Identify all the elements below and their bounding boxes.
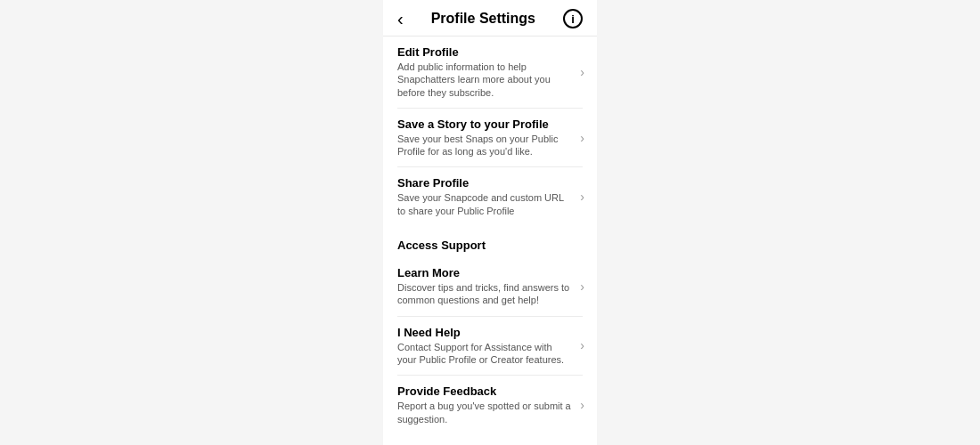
- edit-profile-title: Edit Profile: [397, 45, 573, 59]
- phone-container: ‹ Profile Settings i Edit Profile Add pu…: [383, 0, 597, 445]
- info-button[interactable]: i: [563, 9, 583, 28]
- chevron-icon: ›: [580, 279, 584, 294]
- share-profile-title: Share Profile: [397, 176, 573, 190]
- share-profile-item[interactable]: Share Profile Save your Snapcode and cus…: [383, 167, 597, 226]
- feedback-title: Provide Feedback: [397, 384, 573, 398]
- learn-more-desc: Discover tips and tricks, find answers t…: [397, 281, 573, 307]
- feedback-item[interactable]: Provide Feedback Report a bug you've spo…: [383, 376, 597, 434]
- edit-profile-desc: Add public information to help Snapchatt…: [397, 61, 573, 99]
- chevron-icon: ›: [580, 338, 584, 352]
- header: ‹ Profile Settings i: [383, 0, 597, 36]
- save-story-item[interactable]: Save a Story to your Profile Save your b…: [383, 109, 597, 167]
- delete-area: Delete Public Profile: [383, 434, 597, 445]
- feedback-desc: Report a bug you've spotted or submit a …: [397, 400, 573, 425]
- need-help-item[interactable]: I Need Help Contact Support for Assistan…: [383, 317, 597, 376]
- access-support-section: Access Support Learn More Discover tips …: [383, 226, 597, 434]
- page-title: Profile Settings: [431, 11, 535, 27]
- learn-more-title: Learn More: [397, 266, 573, 279]
- need-help-title: I Need Help: [397, 326, 573, 339]
- chevron-icon: ›: [580, 190, 584, 204]
- profile-section: Edit Profile Add public information to h…: [383, 36, 597, 226]
- edit-profile-item[interactable]: Edit Profile Add public information to h…: [383, 36, 597, 108]
- learn-more-item[interactable]: Learn More Discover tips and tricks, fin…: [383, 257, 597, 316]
- need-help-desc: Contact Support for Assistance with your…: [397, 341, 573, 367]
- save-story-desc: Save your best Snaps on your Public Prof…: [397, 133, 573, 158]
- chevron-icon: ›: [580, 131, 584, 145]
- save-story-title: Save a Story to your Profile: [397, 117, 573, 131]
- back-button[interactable]: ‹: [397, 10, 404, 28]
- access-support-heading: Access Support: [383, 226, 597, 257]
- chevron-icon: ›: [580, 398, 584, 412]
- chevron-icon: ›: [580, 65, 584, 79]
- share-profile-desc: Save your Snapcode and custom URL to sha…: [397, 191, 573, 217]
